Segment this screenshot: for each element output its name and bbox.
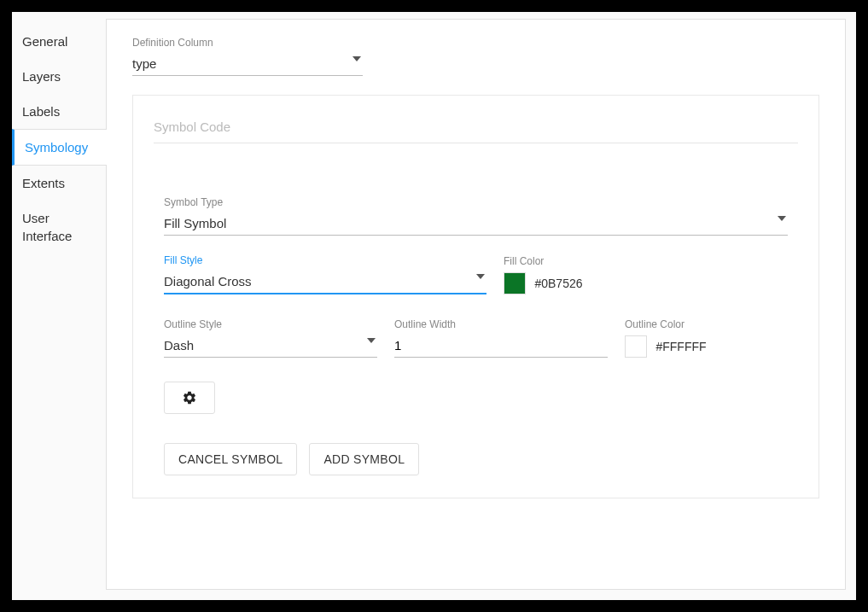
definition-column-label: Definition Column — [132, 37, 819, 49]
outline-color-value: #FFFFFF — [655, 340, 706, 353]
symbol-type-field: Symbol Type Fill Symbol — [164, 196, 788, 236]
outline-style-value: Dash — [164, 338, 194, 353]
caret-down-icon — [778, 216, 786, 221]
fill-color-value: #0B7526 — [534, 277, 582, 290]
fill-style-field: Fill Style Diagonal Cross — [164, 254, 486, 294]
main-panel: Definition Column type Symbol Code Symbo… — [106, 19, 846, 590]
app-frame: General Layers Labels Symbology Extents … — [12, 12, 856, 600]
action-row: CANCEL SYMBOL ADD SYMBOL — [164, 443, 788, 475]
symbol-type-select[interactable]: Fill Symbol — [164, 213, 788, 236]
caret-down-icon — [352, 56, 361, 61]
settings-button[interactable] — [164, 382, 215, 414]
caret-down-icon — [476, 274, 485, 279]
sidebar: General Layers Labels Symbology Extents … — [12, 12, 106, 600]
outline-style-field: Outline Style Dash — [164, 318, 377, 358]
sidebar-item-extents[interactable]: Extents — [12, 166, 106, 201]
cancel-symbol-button[interactable]: CANCEL SYMBOL — [164, 443, 297, 475]
definition-column-select[interactable]: type — [132, 54, 363, 76]
sidebar-item-symbology[interactable]: Symbology — [12, 129, 107, 166]
outline-color-label: Outline Color — [625, 318, 788, 330]
fill-style-select[interactable]: Diagonal Cross — [164, 271, 486, 294]
symbol-code-title: Symbol Code — [154, 119, 798, 143]
fill-color-control: #0B7526 — [504, 272, 788, 294]
symbol-card: Symbol Code Symbol Type Fill Symbol Fill… — [132, 95, 819, 498]
outline-color-control: #FFFFFF — [625, 335, 788, 358]
gear-icon — [182, 390, 197, 405]
caret-down-icon — [367, 338, 376, 343]
fill-style-value: Diagonal Cross — [164, 274, 252, 289]
fill-style-label: Fill Style — [164, 254, 486, 266]
sidebar-item-user-interface[interactable]: User Interface — [12, 201, 106, 254]
symbol-type-label: Symbol Type — [164, 196, 788, 208]
definition-column-field: Definition Column type — [132, 37, 819, 76]
outline-width-field: Outline Width — [394, 318, 608, 358]
fill-color-field: Fill Color #0B7526 — [504, 255, 788, 294]
sidebar-item-general[interactable]: General — [12, 24, 106, 59]
outline-width-input[interactable] — [394, 335, 608, 358]
outline-width-label: Outline Width — [394, 318, 608, 330]
outline-row: Outline Style Dash Outline Width — [164, 318, 788, 358]
outline-style-select[interactable]: Dash — [164, 335, 377, 358]
sidebar-item-labels[interactable]: Labels — [12, 94, 106, 129]
outline-style-label: Outline Style — [164, 318, 377, 330]
fill-color-label: Fill Color — [504, 255, 788, 267]
outline-color-swatch[interactable] — [625, 335, 647, 358]
outline-color-field: Outline Color #FFFFFF — [625, 318, 788, 358]
symbol-card-body: Symbol Type Fill Symbol Fill Style Diago… — [154, 178, 798, 475]
fill-color-swatch[interactable] — [504, 272, 526, 294]
definition-column-value: type — [132, 56, 156, 71]
fill-row: Fill Style Diagonal Cross Fill Color — [164, 254, 788, 294]
sidebar-item-layers[interactable]: Layers — [12, 59, 106, 94]
add-symbol-button[interactable]: ADD SYMBOL — [309, 443, 419, 475]
symbol-type-value: Fill Symbol — [164, 216, 226, 230]
